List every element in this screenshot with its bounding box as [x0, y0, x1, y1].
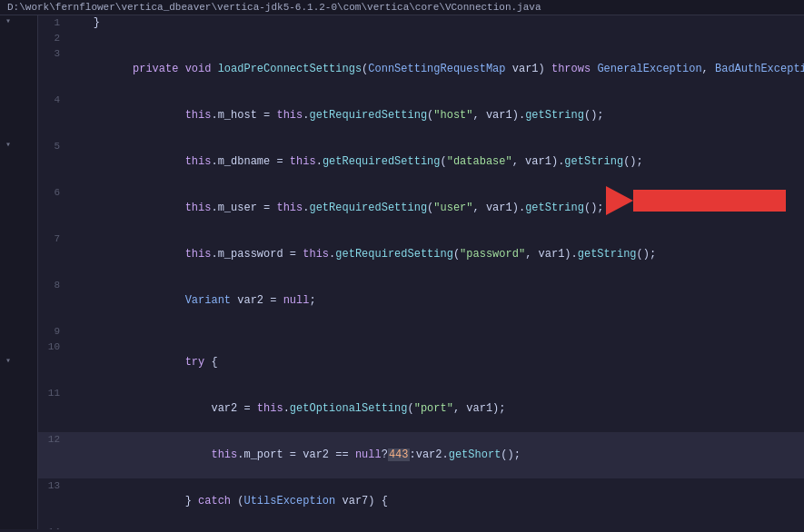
line-2: 2	[38, 31, 804, 46]
line-12: 12 this.m_port = var2 == null?443:var2.g…	[38, 432, 804, 478]
fold-marker-3[interactable]: ▾	[5, 355, 11, 366]
fold-marker-1[interactable]: ▾	[5, 15, 11, 26]
line-11: 11 var2 = this.getOptionalSetting("port"…	[38, 386, 804, 432]
gutter: ▾ ▾ ▾	[0, 15, 38, 529]
editor-container: ▾ ▾ ▾ 1 } 2 3 private void loadPreConnec…	[0, 15, 804, 529]
fold-marker-2[interactable]: ▾	[5, 139, 11, 150]
line-7: 7 this.m_password = this.getRequiredSett…	[38, 232, 804, 278]
line-5: 5 this.m_dbname = this.getRequiredSettin…	[38, 139, 804, 185]
line-14: 14 this.m_port = 5433;	[38, 525, 804, 529]
line-9: 9	[38, 324, 804, 340]
line-8: 8 Variant var2 = null;	[38, 278, 804, 324]
code-lines: 1 } 2 3 private void loadPreConnectSetti…	[38, 15, 804, 529]
line-13: 13 } catch (UtilsException var7) {	[38, 478, 804, 525]
line-3: 3 private void loadPreConnectSettings(Co…	[38, 46, 804, 93]
line-6: 6 this.m_user = this.getRequiredSetting(…	[38, 185, 804, 232]
code-area[interactable]: 1 } 2 3 private void loadPreConnectSetti…	[38, 15, 804, 529]
title-bar: D:\work\fernflower\vertica_dbeaver\verti…	[0, 0, 804, 15]
line-4: 4 this.m_host = this.getRequiredSetting(…	[38, 93, 804, 139]
line-1: 1 }	[38, 15, 804, 31]
line-10: 10 try {	[38, 340, 804, 386]
